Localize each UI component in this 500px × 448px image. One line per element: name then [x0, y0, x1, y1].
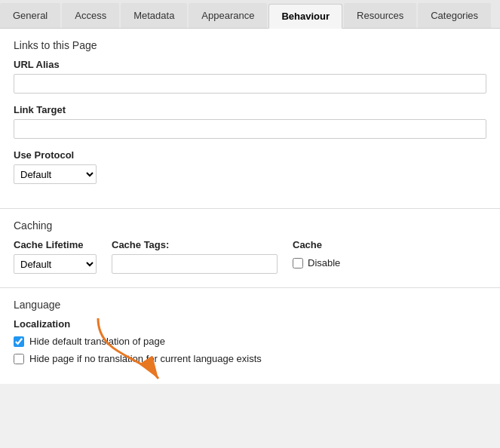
cache-disable-checkbox[interactable] [293, 258, 303, 268]
links-section-title: Links to this Page [14, 39, 486, 51]
tab-access[interactable]: Access [62, 3, 119, 28]
content-area: Links to this Page URL Alias Link Target… [0, 29, 500, 384]
link-target-input[interactable] [14, 119, 486, 139]
caching-section: Caching Cache Lifetime Default Cache Tag… [0, 209, 500, 288]
use-protocol-label: Use Protocol [14, 149, 486, 161]
cache-tags-col: Cache Tags: [112, 239, 278, 274]
url-alias-label: URL Alias [14, 59, 486, 70]
cache-lifetime-label: Cache Lifetime [14, 239, 97, 250]
tab-bar: General Access Metadata Appearance Behav… [0, 0, 500, 29]
hide-default-label: Hide default translation of page [29, 336, 165, 347]
link-target-label: Link Target [14, 104, 486, 115]
hide-no-translation-checkbox[interactable] [14, 354, 24, 364]
cache-disable-row: Disable [293, 257, 340, 268]
cache-disable-label: Disable [308, 257, 340, 268]
cache-lifetime-col: Cache Lifetime Default [14, 239, 97, 274]
use-protocol-select[interactable]: Default [14, 164, 97, 184]
hide-no-translation-label: Hide page if no translation for current … [29, 353, 262, 364]
link-target-group: Link Target [14, 104, 486, 139]
caching-row: Cache Lifetime Default Cache Tags: Cache… [14, 239, 486, 274]
cache-lifetime-select[interactable]: Default [14, 254, 97, 274]
tab-metadata[interactable]: Metadata [121, 3, 187, 28]
cache-tags-label: Cache Tags: [112, 239, 278, 250]
url-alias-input[interactable] [14, 74, 486, 94]
cache-label: Cache [293, 239, 340, 250]
use-protocol-group: Use Protocol Default [14, 149, 486, 184]
caching-section-title: Caching [14, 219, 486, 232]
tab-behaviour[interactable]: Behaviour [268, 4, 342, 29]
cache-tags-input[interactable] [112, 254, 278, 274]
hide-default-row: Hide default translation of page [14, 336, 486, 347]
tab-resources[interactable]: Resources [344, 3, 416, 28]
tab-categories[interactable]: Categories [418, 3, 491, 28]
tab-general[interactable]: General [0, 3, 60, 28]
localization-rows: Hide default translation of page Hide pa… [14, 336, 486, 364]
tab-appearance[interactable]: Appearance [189, 3, 267, 28]
links-section: Links to this Page URL Alias Link Target… [0, 29, 500, 209]
language-section: Language Localization Hide default trans… [0, 288, 500, 384]
hide-default-checkbox[interactable] [14, 336, 24, 347]
url-alias-group: URL Alias [14, 59, 486, 94]
localization-label: Localization [14, 318, 486, 330]
cache-col: Cache Disable [293, 239, 340, 268]
hide-no-translation-row: Hide page if no translation for current … [14, 353, 486, 364]
language-section-title: Language [14, 299, 486, 311]
